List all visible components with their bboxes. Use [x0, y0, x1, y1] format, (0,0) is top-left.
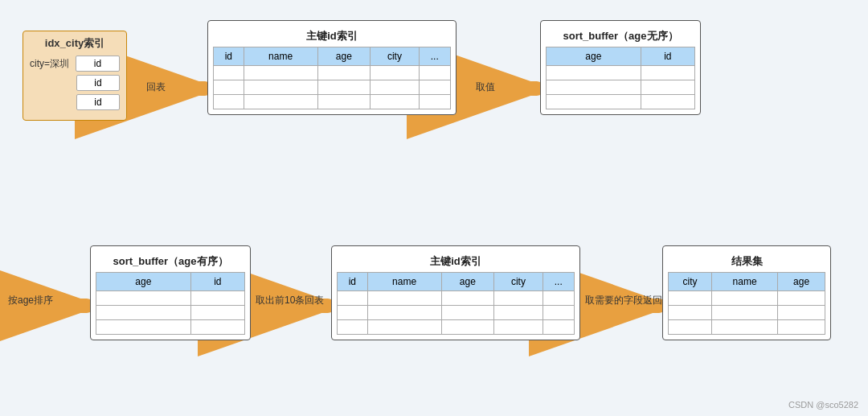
result-set-table: city name age	[668, 272, 825, 335]
primary-index-2-table: id name age city ...	[337, 272, 575, 335]
idx-city-id-2: id	[76, 75, 120, 91]
arrow1-label: 回表	[146, 80, 166, 94]
table-row	[669, 306, 825, 320]
idx-city-row-1: city=深圳 id	[30, 56, 120, 72]
col-age-sb2: age	[96, 273, 191, 291]
idx-city-id-1: id	[76, 56, 120, 72]
idx-city-id-3: id	[76, 94, 120, 110]
col-id-1: id	[214, 47, 244, 66]
col-city-rs: city	[669, 273, 712, 291]
sort-buffer-1-table: age id	[546, 47, 695, 109]
col-dots-1: ...	[419, 47, 450, 66]
table-row	[214, 80, 451, 95]
table-row	[96, 306, 245, 320]
arrow4-label: 取出前10条回表	[256, 294, 324, 307]
col-dots-pi2: ...	[542, 273, 574, 291]
col-age-rs: age	[778, 273, 825, 291]
diagram-container: idx_city索引 city=深圳 id id id 回表 主键id索引 id…	[0, 0, 868, 416]
sort-buffer-2: sort_buffer（age有序） age id	[90, 245, 251, 340]
idx-city-box: idx_city索引 city=深圳 id id id	[23, 31, 127, 121]
idx-city-row-3: id	[76, 94, 120, 110]
result-set-title: 结果集	[668, 251, 825, 272]
table-row	[338, 306, 575, 320]
table-row	[338, 320, 575, 335]
idx-city-row-2: id	[76, 75, 120, 91]
table-row	[547, 80, 695, 95]
table-row	[338, 291, 575, 306]
col-city-1: city	[371, 47, 419, 66]
sort-buffer-1-title: sort_buffer（age无序）	[546, 26, 695, 47]
table-row	[547, 95, 695, 109]
primary-index-1-table: id name age city ...	[213, 47, 451, 109]
table-row	[214, 66, 451, 80]
watermark: CSDN @sco5282	[788, 400, 858, 410]
col-city-pi2: city	[494, 273, 542, 291]
table-row	[669, 320, 825, 335]
primary-index-1: 主键id索引 id name age city ...	[207, 20, 457, 115]
sort-buffer-1: sort_buffer（age无序） age id	[540, 20, 701, 115]
city-label: city=深圳	[30, 57, 69, 71]
col-name-pi2: name	[367, 273, 441, 291]
primary-index-2-title: 主键id索引	[337, 251, 575, 272]
col-id-sb2: id	[190, 273, 244, 291]
col-name-rs: name	[711, 273, 777, 291]
table-row	[96, 291, 245, 306]
result-set: 结果集 city name age	[662, 245, 831, 340]
arrow5-label: 取需要的字段返回	[585, 294, 662, 307]
sort-buffer-2-title: sort_buffer（age有序）	[96, 251, 245, 272]
col-age-1: age	[317, 47, 371, 66]
arrow2-label: 取值	[476, 80, 495, 94]
col-age-pi2: age	[441, 273, 494, 291]
primary-index-2: 主键id索引 id name age city ...	[331, 245, 580, 340]
table-row	[547, 66, 695, 80]
table-row	[214, 95, 451, 109]
idx-city-title: idx_city索引	[30, 36, 120, 51]
col-id-pi2: id	[338, 273, 368, 291]
arrow3-label: 按age排序	[8, 294, 53, 307]
sort-buffer-2-table: age id	[96, 272, 245, 335]
col-age-sb1: age	[547, 47, 641, 66]
primary-index-1-title: 主键id索引	[213, 26, 451, 47]
col-name-1: name	[244, 47, 317, 66]
table-row	[669, 291, 825, 306]
col-id-sb1: id	[641, 47, 694, 66]
table-row	[96, 320, 245, 335]
